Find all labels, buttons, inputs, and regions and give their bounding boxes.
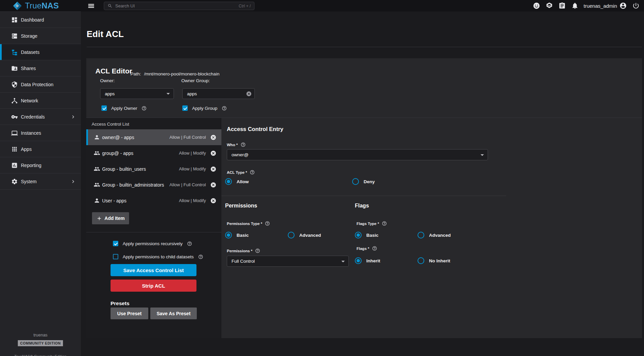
acl-list-title: Access Control List xyxy=(92,122,129,127)
user-icon xyxy=(94,197,100,204)
apply-recursively-checkbox[interactable]: Apply permissions recursively xyxy=(113,241,192,246)
apply-owner-checkbox[interactable]: Apply Owner xyxy=(101,105,147,111)
permissions-type-advanced-radio[interactable]: Advanced xyxy=(288,232,321,238)
permissions-heading: Permissions xyxy=(225,203,257,209)
permissions-type-field-label: Permissions Type * xyxy=(227,221,270,226)
acl-type-deny-radio[interactable]: Deny xyxy=(352,178,375,185)
help-icon[interactable] xyxy=(382,221,387,226)
feedback-smiley-icon[interactable] xyxy=(533,2,540,9)
dataset-path: Path:/mnt/monero-pool/monero-blockchain xyxy=(130,71,219,76)
search-icon xyxy=(108,3,113,8)
permissions-field-label: Permissions * xyxy=(227,248,260,253)
help-icon[interactable] xyxy=(265,221,270,226)
storage-icon xyxy=(11,33,18,39)
menu-icon[interactable] xyxy=(87,2,95,9)
flags-no-inherit-radio[interactable]: No Inherit xyxy=(418,257,450,264)
top-bar: TrueNAS Ctrl + / truenas_admin xyxy=(0,0,644,11)
who-field-label: Who * xyxy=(227,142,246,147)
group-icon xyxy=(94,182,100,188)
sidebar-nav: Dashboard Storage Datasets Shares Data P… xyxy=(0,11,81,190)
sidebar-item-dashboard[interactable]: Dashboard xyxy=(0,12,81,28)
sidebar-item-datasets[interactable]: Datasets xyxy=(0,44,81,60)
flags-type-basic-radio[interactable]: Basic xyxy=(355,232,378,238)
apply-to-child-datasets-checkbox[interactable]: Apply permissions to child datasets xyxy=(113,254,203,259)
network-icon xyxy=(11,97,18,104)
sidebar-item-shares[interactable]: Shares xyxy=(0,60,81,76)
remove-entry-icon[interactable] xyxy=(210,166,216,172)
acl-type-allow-radio[interactable]: Allow xyxy=(225,178,249,185)
search-shortcut: Ctrl + / xyxy=(239,4,251,8)
sidebar-item-apps[interactable]: Apps xyxy=(0,141,81,157)
truenas-logo[interactable]: TrueNAS xyxy=(13,1,59,10)
sidebar-item-credentials[interactable]: Credentials xyxy=(0,109,81,125)
sidebar-item-system[interactable]: System xyxy=(0,173,81,190)
owner-group-input[interactable]: apps xyxy=(182,88,255,99)
permissions-type-basic-radio[interactable]: Basic xyxy=(225,232,249,238)
truenas-logo-icon xyxy=(13,1,22,10)
save-access-control-list-button[interactable]: Save Access Control List xyxy=(111,264,196,276)
access-control-entry-panel: Access Control Entry Who * owner@ ACL Ty… xyxy=(221,118,642,338)
use-preset-button[interactable]: Use Preset xyxy=(111,308,148,319)
chevron-down-icon xyxy=(341,261,345,262)
help-icon[interactable] xyxy=(187,241,192,246)
search-input[interactable] xyxy=(115,3,236,8)
credentials-icon xyxy=(11,114,18,120)
acl-entry-row[interactable]: group@ - apps Allow | Modify xyxy=(86,145,221,161)
owner-select[interactable]: apps xyxy=(100,88,174,99)
remove-entry-icon[interactable] xyxy=(210,134,216,140)
chevron-right-icon xyxy=(70,179,76,185)
account-avatar-icon[interactable] xyxy=(619,2,627,9)
reporting-icon xyxy=(11,162,18,169)
flags-type-advanced-radio[interactable]: Advanced xyxy=(418,232,451,238)
datasets-icon xyxy=(11,49,18,56)
apps-icon xyxy=(11,146,18,153)
who-select[interactable]: owner@ xyxy=(227,149,488,160)
owner-label: Owner: xyxy=(100,78,115,83)
group-icon xyxy=(94,166,100,172)
help-icon[interactable] xyxy=(255,248,260,253)
add-item-button[interactable]: Add Item xyxy=(92,212,129,224)
remove-entry-icon[interactable] xyxy=(210,150,216,156)
sidebar-item-reporting[interactable]: Reporting xyxy=(0,157,81,173)
plus-icon xyxy=(96,216,102,221)
help-icon[interactable] xyxy=(250,170,255,175)
help-icon[interactable] xyxy=(198,254,203,259)
apply-group-checkbox[interactable]: Apply Group xyxy=(182,105,227,111)
brand-text: TrueNAS xyxy=(25,1,59,10)
acl-entry-row[interactable]: User - apps Allow | Modify xyxy=(86,193,221,208)
user-icon xyxy=(94,134,100,140)
group-icon xyxy=(94,150,100,156)
notifications-bell-icon[interactable] xyxy=(571,2,579,9)
remove-entry-icon[interactable] xyxy=(210,182,216,188)
save-as-preset-button[interactable]: Save As Preset xyxy=(150,308,197,319)
acl-editor-card: ACL Editor Path:/mnt/monero-pool/monero-… xyxy=(86,58,642,338)
flags-field-label: Flags * xyxy=(357,246,377,251)
power-icon[interactable] xyxy=(632,2,640,9)
acl-entry-row[interactable]: owner@ - apps Allow | Full Control xyxy=(86,129,221,145)
clear-icon[interactable] xyxy=(246,91,252,97)
acl-editor-heading: ACL Editor xyxy=(95,67,132,75)
ace-divider xyxy=(221,196,506,196)
main-content: Edit ACL ACL Editor Path:/mnt/monero-poo… xyxy=(81,11,644,356)
acl-entry-row[interactable]: Group - builtin_users Allow | Modify xyxy=(86,161,221,177)
search-box[interactable]: Ctrl + / xyxy=(104,2,254,10)
sidebar-item-instances[interactable]: Instances xyxy=(0,125,81,141)
strip-acl-button[interactable]: Strip ACL xyxy=(111,280,196,292)
flags-inherit-radio[interactable]: Inherit xyxy=(355,257,380,264)
username-label[interactable]: truenas_admin xyxy=(584,3,617,9)
help-icon[interactable] xyxy=(222,106,227,111)
chevron-down-icon xyxy=(481,154,484,156)
edition-badge: COMMUNITY EDITION xyxy=(18,340,63,346)
acl-entry-list: owner@ - apps Allow | Full Control group… xyxy=(86,129,221,208)
help-icon[interactable] xyxy=(142,106,147,111)
help-icon[interactable] xyxy=(372,246,377,251)
truecommand-stack-icon[interactable] xyxy=(546,2,553,9)
jobs-clipboard-icon[interactable] xyxy=(558,2,566,9)
help-icon[interactable] xyxy=(241,142,246,147)
sidebar-item-data-protection[interactable]: Data Protection xyxy=(0,76,81,93)
acl-entry-row[interactable]: Group - builtin_administrators Allow | F… xyxy=(86,177,221,193)
remove-entry-icon[interactable] xyxy=(210,198,216,204)
permissions-select[interactable]: Full Control xyxy=(227,256,349,267)
sidebar-item-network[interactable]: Network xyxy=(0,93,81,109)
sidebar-item-storage[interactable]: Storage xyxy=(0,28,81,44)
